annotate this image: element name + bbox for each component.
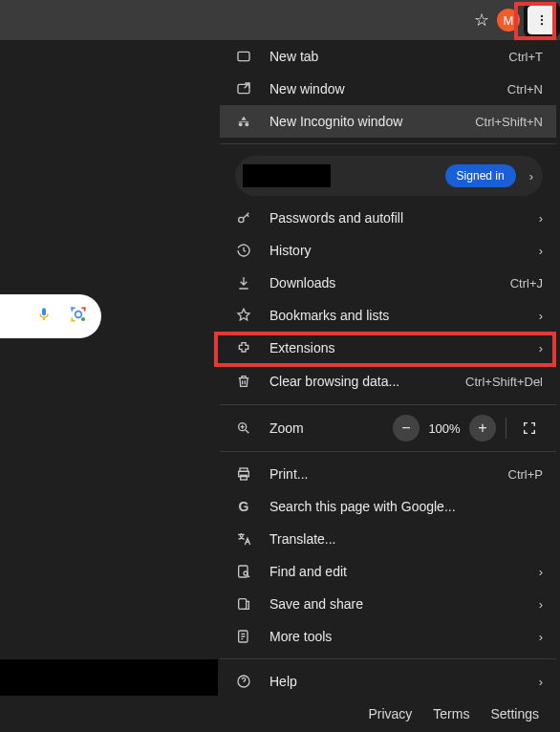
footer-link-privacy[interactable]: Privacy xyxy=(368,706,412,721)
menu-item-history[interactable]: History › xyxy=(220,234,556,267)
menu-item-new-tab[interactable]: New tab Ctrl+T xyxy=(220,40,556,73)
trash-icon xyxy=(235,374,252,389)
menu-item-more-tools[interactable]: More tools › xyxy=(220,620,556,653)
zoom-out-button[interactable]: − xyxy=(393,415,420,441)
chevron-right-icon: › xyxy=(539,565,543,579)
voice-search-icon[interactable] xyxy=(36,307,52,326)
menu-label: Extensions xyxy=(269,340,522,355)
menu-label: Find and edit xyxy=(269,564,522,579)
svg-point-10 xyxy=(75,312,82,318)
menu-label: Downloads xyxy=(269,275,493,291)
menu-divider xyxy=(220,451,556,452)
browser-toolbar: ☆ M xyxy=(0,0,560,40)
menu-item-save-share[interactable]: Save and share › xyxy=(220,588,556,620)
separator xyxy=(506,418,506,439)
chevron-right-icon: › xyxy=(539,211,543,226)
history-icon xyxy=(235,243,252,258)
zoom-value: 100% xyxy=(423,421,465,436)
svg-rect-6 xyxy=(84,308,86,312)
share-icon xyxy=(235,596,252,612)
menu-label: Print... xyxy=(269,466,491,482)
menu-label: Help xyxy=(269,674,522,689)
chevron-right-icon: › xyxy=(529,169,533,183)
chevron-right-icon: › xyxy=(539,341,543,355)
menu-item-downloads[interactable]: Downloads Ctrl+J xyxy=(220,267,556,299)
menu-label: History xyxy=(269,243,522,258)
zoom-in-button[interactable]: + xyxy=(469,415,496,441)
menu-item-help[interactable]: Help › xyxy=(220,665,556,698)
chevron-right-icon: › xyxy=(539,244,543,258)
footer-link-terms[interactable]: Terms xyxy=(433,706,469,721)
menu-label: New Incognito window xyxy=(269,114,458,129)
menu-item-translate[interactable]: Translate... xyxy=(220,523,556,555)
chrome-main-menu: New tab Ctrl+T New window Ctrl+N New Inc… xyxy=(220,40,556,732)
menu-divider xyxy=(220,658,556,659)
signed-in-badge: Signed in xyxy=(445,164,516,187)
chevron-right-icon: › xyxy=(539,597,543,612)
menu-item-new-incognito[interactable]: New Incognito window Ctrl+Shift+N xyxy=(220,105,556,138)
chevron-right-icon: › xyxy=(539,630,543,644)
download-icon xyxy=(235,275,252,291)
menu-item-print[interactable]: Print... Ctrl+P xyxy=(220,458,556,490)
incognito-icon xyxy=(235,114,252,129)
zoom-label: Zoom xyxy=(269,420,376,436)
translate-icon xyxy=(235,531,252,547)
profile-row[interactable]: Signed in › xyxy=(235,156,543,196)
menu-label: Bookmarks and lists xyxy=(269,308,522,323)
svg-rect-11 xyxy=(238,52,249,60)
menu-item-bookmarks[interactable]: Bookmarks and lists › xyxy=(220,299,556,332)
page-dark-strip xyxy=(0,659,218,696)
svg-rect-20 xyxy=(239,599,247,610)
new-tab-icon xyxy=(235,49,252,64)
footer-links: Privacy Terms Settings xyxy=(0,696,560,732)
menu-item-search-google[interactable]: G Search this page with Google... xyxy=(220,490,556,523)
footer-link-settings[interactable]: Settings xyxy=(490,706,539,721)
menu-label: New tab xyxy=(269,49,491,64)
google-search-bar-fragment xyxy=(0,294,101,338)
svg-point-9 xyxy=(81,317,85,321)
menu-shortcut: Ctrl+Shift+Del xyxy=(465,375,543,389)
menu-shortcut: Ctrl+N xyxy=(507,82,543,97)
chevron-right-icon: › xyxy=(539,309,543,323)
menu-label: Save and share xyxy=(269,596,522,612)
svg-point-2 xyxy=(541,23,543,25)
chrome-menu-button[interactable] xyxy=(528,6,556,34)
google-lens-icon[interactable] xyxy=(69,305,88,328)
menu-item-passwords[interactable]: Passwords and autofill › xyxy=(220,202,556,234)
menu-label: Translate... xyxy=(269,531,543,547)
chevron-right-icon: › xyxy=(539,675,543,689)
menu-label: Clear browsing data... xyxy=(269,374,448,389)
menu-item-extensions[interactable]: Extensions › xyxy=(220,332,556,364)
menu-shortcut: Ctrl+J xyxy=(510,276,543,291)
new-window-icon xyxy=(235,81,252,97)
menu-item-clear-browsing-data[interactable]: Clear browsing data... Ctrl+Shift+Del xyxy=(220,364,556,398)
profile-avatar[interactable]: M xyxy=(497,9,520,32)
menu-label: New window xyxy=(269,81,490,97)
profile-name-redacted xyxy=(243,164,331,187)
svg-point-19 xyxy=(244,571,248,575)
menu-label: Search this page with Google... xyxy=(269,499,543,514)
tools-icon xyxy=(235,629,252,644)
menu-shortcut: Ctrl+T xyxy=(508,50,543,64)
menu-label: Passwords and autofill xyxy=(269,210,522,226)
svg-rect-4 xyxy=(72,308,74,312)
help-icon xyxy=(235,674,252,689)
fullscreen-button[interactable] xyxy=(516,415,543,441)
menu-item-new-window[interactable]: New window Ctrl+N xyxy=(220,73,556,105)
extensions-icon xyxy=(235,340,252,355)
key-icon xyxy=(235,210,252,226)
svg-point-0 xyxy=(541,15,543,17)
svg-point-1 xyxy=(541,19,543,21)
google-icon: G xyxy=(235,499,252,514)
svg-rect-8 xyxy=(72,317,74,321)
zoom-icon xyxy=(235,420,252,436)
menu-label: More tools xyxy=(269,629,522,644)
menu-divider xyxy=(220,143,556,144)
menu-divider xyxy=(220,404,556,405)
svg-point-13 xyxy=(239,217,244,222)
menu-shortcut: Ctrl+P xyxy=(508,467,543,482)
find-icon xyxy=(235,564,252,579)
bookmark-star-icon xyxy=(235,308,252,323)
bookmark-star-icon[interactable]: ☆ xyxy=(474,10,489,31)
menu-item-find-edit[interactable]: Find and edit › xyxy=(220,555,556,588)
